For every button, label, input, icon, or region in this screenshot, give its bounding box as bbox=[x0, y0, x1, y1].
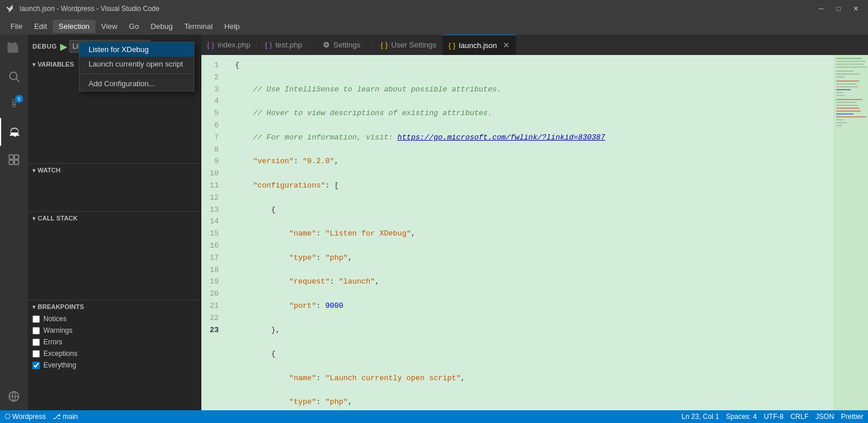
call-stack-section: ▾ CALL STACK bbox=[28, 211, 201, 300]
ln-14: 14 bbox=[201, 216, 226, 228]
minimize-button[interactable]: ─ bbox=[815, 2, 827, 15]
ln-9: 9 bbox=[201, 156, 226, 168]
tab-label-user-settings: User Settings bbox=[391, 41, 436, 49]
menu-edit[interactable]: Edit bbox=[28, 20, 53, 33]
json-file-icon-2: { } bbox=[448, 42, 455, 49]
tab-close-launch-json[interactable]: ✕ bbox=[503, 41, 510, 50]
call-stack-content bbox=[28, 225, 201, 300]
svg-rect-26 bbox=[836, 113, 854, 115]
ln-7: 7 bbox=[201, 132, 226, 144]
svg-rect-22 bbox=[836, 102, 856, 103]
activity-bar: 5 bbox=[0, 35, 28, 410]
menu-terminal[interactable]: Terminal bbox=[178, 20, 218, 33]
tab-user-settings[interactable]: { } User Settings bbox=[375, 35, 443, 55]
tab-label-launch-json: launch.json bbox=[459, 41, 497, 50]
status-formatter[interactable]: Prettier bbox=[841, 413, 863, 421]
menu-bar: File Edit Selection View Go Debug Termin… bbox=[0, 17, 868, 35]
ln-23: 23 bbox=[201, 325, 226, 337]
watch-section-header[interactable]: ▾ WATCH bbox=[28, 164, 201, 176]
code-line-14: "name": "Launch currently open script", bbox=[235, 373, 833, 385]
tab-index-php[interactable]: { } index.php bbox=[201, 35, 259, 55]
breakpoints-section-header[interactable]: ▾ BREAKPOINTS bbox=[28, 300, 201, 313]
breakpoint-warnings: Warnings bbox=[28, 325, 201, 336]
menu-selection[interactable]: Selection bbox=[53, 20, 95, 33]
breakpoint-notices-checkbox[interactable] bbox=[32, 315, 40, 323]
svg-rect-5 bbox=[14, 160, 19, 164]
dropdown-item-listen-xdebug[interactable]: Listen for XDebug bbox=[79, 42, 194, 57]
svg-rect-11 bbox=[836, 67, 866, 68]
svg-rect-29 bbox=[836, 122, 847, 123]
breakpoint-warnings-label: Warnings bbox=[43, 326, 72, 334]
code-line-3: // Hover to view descriptions of existin… bbox=[235, 108, 833, 120]
tab-test-php[interactable]: { } test.php bbox=[259, 35, 317, 55]
ln-1: 1 bbox=[201, 60, 226, 72]
call-stack-section-header[interactable]: ▾ CALL STACK bbox=[28, 212, 201, 225]
settings-file-icon: ⚙ bbox=[323, 42, 330, 49]
svg-rect-9 bbox=[836, 61, 865, 62]
ln-8: 8 bbox=[201, 144, 226, 156]
activity-extensions[interactable] bbox=[0, 146, 28, 174]
status-language[interactable]: JSON bbox=[815, 413, 834, 421]
svg-rect-27 bbox=[836, 116, 866, 117]
breakpoint-warnings-checkbox[interactable] bbox=[32, 327, 40, 334]
editor-content[interactable]: 1 2 3 4 5 6 7 8 9 10 11 12 13 14 15 16 1… bbox=[201, 55, 868, 410]
maximize-button[interactable]: □ bbox=[832, 2, 845, 15]
breakpoint-errors-checkbox[interactable] bbox=[32, 339, 40, 346]
breakpoint-everything-checkbox[interactable] bbox=[32, 362, 40, 369]
status-git-branch[interactable]: ⎇ main bbox=[53, 413, 78, 421]
ln-15: 15 bbox=[201, 228, 226, 240]
breakpoints-section: ▾ BREAKPOINTS Notices Warnings Errors bbox=[28, 300, 201, 410]
watch-arrow-icon: ▾ bbox=[32, 167, 35, 174]
breakpoint-exceptions-label: Exceptions bbox=[43, 350, 78, 358]
breakpoints-arrow-icon: ▾ bbox=[32, 304, 35, 310]
ln-16: 16 bbox=[201, 240, 226, 252]
menu-file[interactable]: File bbox=[5, 20, 28, 33]
breakpoint-exceptions: Exceptions bbox=[28, 348, 201, 359]
dropdown-item-launch-script[interactable]: Launch currently open script bbox=[79, 57, 194, 71]
activity-remote[interactable] bbox=[0, 382, 28, 410]
line-numbers: 1 2 3 4 5 6 7 8 9 10 11 12 13 14 15 16 1… bbox=[201, 55, 230, 410]
status-position[interactable]: Ln 23, Col 1 bbox=[682, 413, 719, 421]
breakpoint-exceptions-checkbox[interactable] bbox=[32, 350, 40, 358]
status-line-ending[interactable]: CRLF bbox=[790, 413, 808, 421]
activity-search[interactable] bbox=[0, 62, 28, 90]
breakpoints-label: BREAKPOINTS bbox=[38, 303, 84, 310]
activity-debug[interactable] bbox=[0, 118, 28, 146]
window-title: launch.json - Wordpress - Visual Studio … bbox=[20, 5, 160, 13]
svg-rect-24 bbox=[836, 108, 859, 109]
svg-rect-28 bbox=[836, 119, 843, 120]
menu-help[interactable]: Help bbox=[219, 20, 246, 33]
svg-rect-10 bbox=[836, 64, 864, 65]
breakpoint-notices: Notices bbox=[28, 313, 201, 325]
vscode-logo-icon bbox=[6, 4, 15, 13]
tab-launch-json[interactable]: { } launch.json ✕ bbox=[443, 35, 516, 55]
menu-debug[interactable]: Debug bbox=[145, 20, 178, 33]
close-button[interactable]: ✕ bbox=[849, 2, 862, 15]
breakpoint-errors-label: Errors bbox=[43, 338, 62, 346]
svg-rect-14 bbox=[836, 76, 845, 78]
php-file-icon: { } bbox=[207, 42, 214, 49]
svg-rect-18 bbox=[836, 89, 851, 90]
code-line-9: "type": "php", bbox=[235, 252, 833, 264]
ln-5: 5 bbox=[201, 108, 226, 120]
svg-rect-19 bbox=[836, 92, 843, 93]
activity-scm[interactable]: 5 bbox=[0, 90, 28, 118]
activity-explorer[interactable] bbox=[0, 35, 28, 62]
watch-label: WATCH bbox=[38, 167, 61, 174]
status-spaces[interactable]: Spaces: 4 bbox=[726, 413, 757, 421]
menu-view[interactable]: View bbox=[95, 20, 123, 33]
scm-badge: 5 bbox=[15, 95, 23, 103]
breakpoint-everything-label: Everything bbox=[43, 361, 76, 369]
debug-play-button[interactable]: ▶ bbox=[60, 41, 67, 52]
code-line-11: "port": 9000 bbox=[235, 300, 833, 312]
tab-settings[interactable]: ⚙ Settings bbox=[317, 35, 375, 55]
code-editor[interactable]: { // Use IntelliSense to learn about pos… bbox=[230, 55, 833, 410]
status-encoding[interactable]: UTF-8 bbox=[764, 413, 784, 421]
breakpoints-content: Notices Warnings Errors Exceptions Every… bbox=[28, 313, 201, 371]
dropdown-item-add-config[interactable]: Add Configuration... bbox=[79, 76, 194, 91]
menu-go[interactable]: Go bbox=[123, 20, 145, 33]
code-line-15: "type": "php", bbox=[235, 396, 833, 409]
svg-rect-23 bbox=[836, 105, 858, 106]
tab-label-settings: Settings bbox=[333, 41, 361, 49]
status-branch[interactable]: ⎔ Wordpress bbox=[5, 413, 46, 421]
